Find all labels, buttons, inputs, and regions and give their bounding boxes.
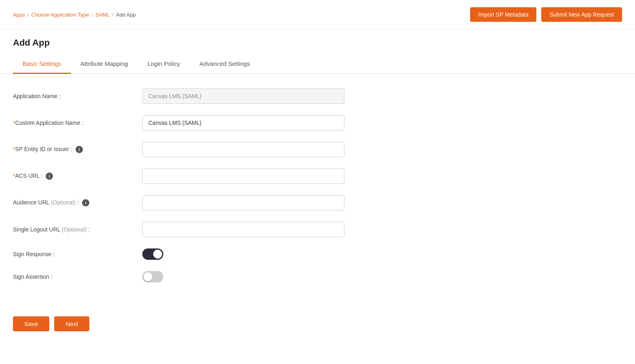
tab-attribute-mapping[interactable]: Attribute Mapping: [71, 55, 138, 74]
custom-application-name-label: *Custom Application Name :: [13, 120, 142, 126]
tab-login-policy[interactable]: Login Policy: [138, 55, 190, 74]
save-button[interactable]: Save: [13, 316, 49, 331]
breadcrumb: Apps / Choose Application Type / SAML / …: [13, 12, 136, 18]
import-sp-metadata-button[interactable]: Import SP Metadata: [470, 7, 536, 22]
sp-entity-id-info-icon[interactable]: i: [76, 146, 83, 153]
sign-response-label: Sign Response :: [13, 251, 142, 257]
breadcrumb-sep-3: /: [112, 12, 114, 18]
top-bar: Apps / Choose Application Type / SAML / …: [0, 0, 635, 29]
sign-response-toggle[interactable]: [142, 248, 163, 260]
acs-url-row: *ACS URL : i: [13, 168, 432, 184]
breadcrumb-choose-application-type[interactable]: Choose Application Type: [31, 12, 89, 18]
top-actions: Import SP Metadata Submit New App Reques…: [470, 7, 622, 22]
tabs-container: Basic Settings Attribute Mapping Login P…: [0, 55, 635, 74]
custom-application-name-row: *Custom Application Name :: [13, 115, 432, 130]
form-container: Application Name : *Custom Application N…: [0, 74, 445, 308]
sp-entity-id-label: *SP Entity ID or Issuer : i: [13, 146, 142, 153]
single-logout-url-label: Single Logout URL (Optional) :: [13, 226, 142, 233]
tab-basic-settings[interactable]: Basic Settings: [13, 55, 71, 74]
acs-url-info-icon[interactable]: i: [46, 173, 53, 180]
application-name-label: Application Name :: [13, 93, 142, 99]
sign-assertion-row: Sign Assertion :: [13, 271, 432, 282]
sign-assertion-toggle[interactable]: [142, 271, 163, 282]
custom-application-name-input[interactable]: [142, 115, 344, 130]
audience-url-info-icon[interactable]: i: [82, 199, 89, 206]
bottom-actions: Save Next: [0, 308, 635, 339]
breadcrumb-sep-2: /: [91, 12, 93, 18]
tab-advanced-settings[interactable]: Advanced Settings: [190, 55, 260, 74]
single-logout-url-row: Single Logout URL (Optional) :: [13, 222, 432, 237]
submit-new-app-request-button[interactable]: Submit New App Request: [541, 7, 622, 22]
sp-entity-id-input[interactable]: [142, 142, 344, 157]
application-name-row: Application Name :: [13, 88, 432, 104]
breadcrumb-apps[interactable]: Apps: [13, 12, 25, 18]
sign-assertion-thumb: [143, 272, 152, 281]
next-button[interactable]: Next: [54, 316, 89, 331]
application-name-input: [142, 88, 344, 104]
sp-entity-id-row: *SP Entity ID or Issuer : i: [13, 142, 432, 157]
acs-url-label: *ACS URL : i: [13, 173, 142, 180]
sign-response-thumb: [153, 250, 162, 259]
single-logout-url-input[interactable]: [142, 222, 344, 237]
audience-url-input[interactable]: [142, 195, 344, 210]
breadcrumb-add-app: Add App: [116, 12, 136, 18]
tabs: Basic Settings Attribute Mapping Login P…: [13, 55, 622, 74]
page-title: Add App: [0, 29, 635, 48]
audience-url-label: Audience URL (Optional) : i: [13, 199, 142, 206]
breadcrumb-saml[interactable]: SAML: [95, 12, 110, 18]
sign-response-row: Sign Response :: [13, 248, 432, 260]
audience-url-row: Audience URL (Optional) : i: [13, 195, 432, 210]
acs-url-input[interactable]: [142, 168, 344, 184]
sign-assertion-label: Sign Assertion :: [13, 274, 142, 280]
breadcrumb-sep-1: /: [27, 12, 29, 18]
